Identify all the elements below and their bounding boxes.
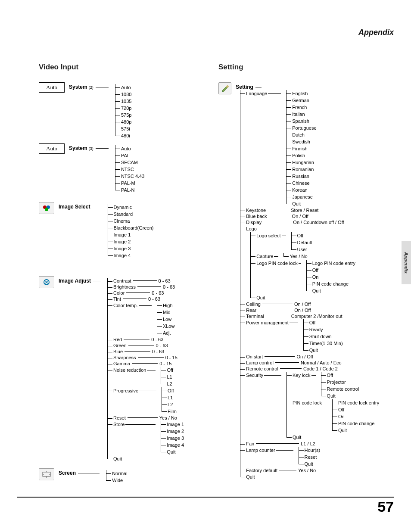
system3-label: System <box>69 145 87 151</box>
tree-branch: Progressive <box>113 388 138 393</box>
tree-item: Logo PIN code entry <box>312 261 355 266</box>
tree-item: Timer(1-30 Min) <box>309 341 343 346</box>
tree-item-key: Blue <box>113 348 123 355</box>
tree-item: On <box>312 274 319 280</box>
tree-item: Quit <box>309 348 318 353</box>
setting-column: Setting Setting LanguageEnglishGermanFre… <box>214 63 394 484</box>
tree-item: L2 <box>168 402 173 407</box>
tree-item: Portuguese <box>292 125 316 131</box>
tree-item: PIN code change <box>312 281 349 286</box>
tree-branch: Language <box>246 91 267 96</box>
auto-badge-2: Auto <box>39 143 65 154</box>
tree-branch: Color temp. <box>113 303 138 308</box>
tree-item: 575i <box>121 126 130 131</box>
tree-item: L1 <box>168 395 173 400</box>
tree-item: Chinese <box>292 180 309 186</box>
tree-item: L2 <box>167 381 172 386</box>
video-input-title: Video Input <box>39 63 214 72</box>
setting-title: Setting <box>218 63 394 72</box>
screen-label: Screen <box>59 470 76 476</box>
tree-item-value: 0 - 15 <box>159 361 171 367</box>
tree-branch: Key lock <box>293 373 311 378</box>
tree-item-key: Blue back <box>246 213 267 219</box>
system2-label: System <box>69 84 87 90</box>
tree-item: Image 3 <box>114 246 131 251</box>
tree-item-value: L1 / L2 <box>301 441 315 447</box>
tree-item: Quit <box>167 449 175 454</box>
tree-item: Film <box>168 409 177 414</box>
tree-item: Auto <box>121 85 131 90</box>
tree-item: Remote control <box>327 386 359 392</box>
tree-item: Quit <box>246 474 255 479</box>
tree-item-key: Contrast <box>113 278 131 284</box>
tree-item-value: On / Countdown off / Off <box>293 219 344 225</box>
tree-item: Reset <box>305 454 317 460</box>
tree-item-key: Green <box>113 342 127 348</box>
tree-item-value: 0 - 63 <box>152 290 164 296</box>
tree-item: High <box>163 303 173 308</box>
tree-branch: PIN code lock <box>293 400 322 405</box>
tree-item: German <box>292 98 309 103</box>
tree-item-value: 0 - 63 <box>159 278 171 284</box>
tree-item-key: Remote control <box>246 366 278 372</box>
tree-item: Italian <box>292 112 305 117</box>
tree-item: Cinema <box>114 218 130 224</box>
tree-item: Romanian <box>292 167 314 172</box>
tree-item: Quit <box>256 295 265 300</box>
image-select-label: Image Select <box>59 204 90 210</box>
tree-item: Image 2 <box>167 429 184 434</box>
tree-item-value: On / Off <box>294 301 311 307</box>
page-header-title: Appendix <box>358 28 394 37</box>
tree-item-value: 0 - 63 <box>148 296 160 302</box>
svg-point-2 <box>45 208 48 211</box>
tree-item: Dynamic <box>114 205 132 210</box>
image-adjust-label: Image Adjust <box>59 278 91 284</box>
tree-item: Ready <box>309 327 323 332</box>
tree-item: French <box>292 105 307 110</box>
tree-item: Quit <box>327 393 336 398</box>
tree-branch: Logo select <box>256 233 280 238</box>
tree-item-value: On / Off <box>294 307 311 313</box>
tree-item: 1035i <box>121 99 133 104</box>
tree-item: XLow <box>163 324 175 329</box>
tree-item-value: 0 - 63 <box>151 336 163 342</box>
tree-item: Quit <box>312 288 321 293</box>
tree-item: Korean <box>292 187 307 193</box>
tree-item: Russian <box>292 174 309 179</box>
tree-item: PIN code change <box>338 421 374 426</box>
tree-item-value: 0 - 63 <box>163 284 175 290</box>
tree-item-value: Store / Reset <box>291 207 318 213</box>
tree-item: Off <box>338 407 344 412</box>
tree-item: Mid <box>163 310 171 315</box>
tree-item: Adj. <box>163 330 171 336</box>
tree-item: Auto <box>121 146 131 151</box>
tree-item: Shut down <box>309 334 332 339</box>
tree-item-value: 0 - 63 <box>156 342 168 348</box>
tree-item: Off <box>168 388 174 393</box>
video-input-column: Video Input Auto System (2) Auto1080i103… <box>39 63 214 484</box>
tree-item-key: Red <box>113 336 122 342</box>
image-select-icon <box>39 202 54 214</box>
tree-item: English <box>292 91 308 96</box>
system2-note: (2) <box>89 85 93 90</box>
tree-item: Polish <box>292 153 305 158</box>
tree-branch: Power management <box>246 320 288 325</box>
tree-branch: Store <box>113 422 125 427</box>
tree-branch: Noise reduction <box>113 367 146 373</box>
tree-item: 575p <box>121 112 131 118</box>
setting-root-label: Setting <box>236 84 253 90</box>
auto-badge-1: Auto <box>39 82 65 93</box>
tree-item-key: Color <box>113 290 125 296</box>
tree-item: Image 4 <box>167 442 184 448</box>
tree-branch: Lamp counter <box>246 448 275 453</box>
tree-item-value: Computer 2 /Monitor out <box>291 313 342 319</box>
tree-item: Off <box>312 268 318 273</box>
tree-item: PAL-N <box>121 187 135 193</box>
tree-item: 1080i <box>121 92 133 97</box>
tree-item-key: On start <box>246 354 263 360</box>
tree-item-value: Yes / No <box>298 467 316 473</box>
tree-branch: Capture <box>256 254 273 259</box>
tree-item-value: Normal / Auto / Eco <box>301 360 342 366</box>
tree-item: Image 2 <box>114 239 131 244</box>
tree-item: Quit <box>293 435 301 440</box>
